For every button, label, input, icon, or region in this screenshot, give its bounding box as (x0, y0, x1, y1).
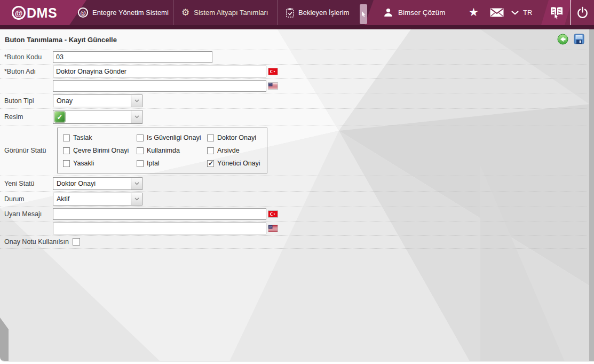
back-icon (557, 34, 568, 45)
status-checkbox-item: Kullanimda (137, 147, 207, 154)
chevron-down-icon (511, 11, 519, 15)
buton-kodu-input[interactable] (53, 51, 212, 63)
checkbox-cevre-birimi-onayi[interactable] (63, 147, 70, 154)
us-flag-icon (268, 83, 278, 89)
buton-adi-en-input[interactable] (53, 80, 266, 92)
toolbar (557, 33, 585, 45)
status-checkbox-item: Arsivde (207, 147, 269, 154)
status-checkbox-item: Çevre Birimi Onayi (63, 147, 137, 154)
messages-button[interactable] (490, 0, 504, 25)
qdms-at-icon: @ (12, 6, 26, 20)
checkbox-kullanimda[interactable] (137, 147, 144, 154)
cursor-handle[interactable] (360, 4, 367, 24)
checkbox-iptal[interactable] (137, 160, 144, 167)
yeni-statu-label: Yeni Statü (0, 180, 53, 187)
status-checkbox-item: Yönetici Onayi (207, 160, 269, 167)
checkbox-yonetici-onayi[interactable] (207, 160, 214, 167)
status-checkbox-item: Iptal (137, 160, 207, 167)
help-book-icon (549, 6, 564, 20)
logout-button[interactable] (576, 0, 589, 25)
menu-label: Sistem Altyapı Tanımları (194, 9, 268, 17)
checkbox-label: Iptal (147, 160, 160, 167)
button-definition-form: *Buton Kodu *Buton Adı (0, 50, 587, 249)
menu-item-entegre-yonetim-sistemi[interactable]: @ Entegre Yönetim Sistemi (78, 0, 169, 25)
header-bottom-strip (0, 25, 594, 29)
dropdown-button[interactable] (131, 95, 142, 107)
page-title: Buton Tanımlama - Kayıt Güncelle (5, 36, 117, 44)
checkbox-arsivde[interactable] (207, 147, 214, 154)
save-button[interactable] (573, 33, 585, 45)
menu-item-sistem-altyapi-tanimlari[interactable]: ⚙ Sistem Altyapı Tanımları (181, 0, 268, 25)
status-checkbox-item: Doktor Onayi (207, 134, 269, 141)
status-checkbox-item: Yasakli (63, 160, 137, 167)
menu-separator (173, 0, 173, 25)
yeni-statu-value: Doktor Onayi (53, 180, 131, 187)
durum-value: Aktif (53, 195, 131, 203)
language-code: TR (523, 9, 532, 17)
chevron-down-icon (134, 115, 139, 118)
clipboard-icon (286, 8, 294, 18)
form-row-buton-adi-tr: *Buton Adı (0, 65, 587, 79)
buton-tipi-label: Buton Tipi (0, 97, 53, 105)
language-selector[interactable]: TR (511, 0, 532, 25)
gorunur-statu-group: Taslak Is Güvenligi Onayi Doktor Onayi Ç… (57, 128, 267, 173)
help-button[interactable] (541, 0, 572, 25)
form-row-buton-tipi: Buton Tipi Onay (0, 93, 587, 109)
power-icon (576, 6, 589, 19)
user-name: Bimser Çözüm (398, 9, 446, 17)
green-check-image (54, 112, 65, 122)
form-row-buton-kodu: *Buton Kodu (0, 50, 587, 65)
turkey-flag-icon (268, 68, 278, 75)
user-menu[interactable]: Bimser Çözüm (383, 0, 446, 25)
form-row-yeni-statu: Yeni Statü Doktor Onayi (0, 176, 587, 192)
checkbox-label: Çevre Birimi Onayi (73, 147, 129, 154)
turkey-flag-icon (268, 211, 278, 217)
onay-notu-label: Onay Notu Kullanılsın (4, 238, 69, 246)
resim-select[interactable] (53, 110, 142, 124)
buton-adi-label: *Buton Adı (0, 68, 53, 75)
qdms-logo[interactable]: @ DMS (12, 5, 57, 21)
checkbox-label: Is Güvenligi Onayi (147, 134, 201, 141)
qdms-logo-text: DMS (27, 5, 57, 21)
durum-label: Durum (0, 195, 53, 203)
buton-kodu-label: *Buton Kodu (0, 53, 53, 61)
user-icon (383, 7, 393, 18)
buton-tipi-value: Onay (53, 97, 131, 105)
form-row-durum: Durum Aktif (0, 192, 587, 207)
checkbox-yasakli[interactable] (63, 160, 70, 167)
resim-label: Resim (0, 113, 53, 121)
gorunur-statu-label: Görünür Statü (0, 147, 53, 154)
dropdown-button[interactable] (131, 178, 142, 189)
status-checkbox-item: Is Güvenligi Onayi (137, 134, 207, 141)
uyari-mesaji-tr-input[interactable] (53, 208, 266, 220)
checkbox-doktor-onayi[interactable] (207, 134, 214, 141)
menu-separator (278, 0, 278, 25)
checkbox-label: Taslak (73, 134, 92, 141)
form-row-buton-adi-en (0, 79, 587, 93)
form-row-uyari-mesaji-tr: Uyarı Mesajı (0, 207, 587, 221)
menu-item-bekleyen-islerim[interactable]: Bekleyen İşlerim (286, 0, 349, 25)
dropdown-button[interactable] (131, 193, 142, 205)
yeni-statu-select[interactable]: Doktor Onayi (53, 177, 142, 190)
top-navigation-bar: @ DMS @ Entegre Yönetim Sistemi ⚙ Sistem… (0, 0, 594, 29)
uyari-mesaji-en-input[interactable] (53, 223, 266, 234)
dropdown-button[interactable] (131, 110, 142, 123)
buton-tipi-select[interactable]: Onay (53, 94, 142, 107)
qdms-circle-icon: @ (78, 7, 88, 18)
menu-label: Entegre Yönetim Sistemi (92, 9, 169, 17)
favorites-button[interactable]: ★ (469, 0, 479, 25)
chevron-down-icon (134, 182, 139, 185)
durum-select[interactable]: Aktif (53, 193, 142, 205)
buton-adi-tr-input[interactable] (53, 66, 266, 77)
checkbox-taslak[interactable] (63, 134, 70, 141)
cursor-icon (361, 11, 366, 18)
header-separator (570, 0, 571, 25)
checkbox-label: Arsivde (217, 147, 240, 154)
favorites-star-icon: ★ (469, 7, 479, 18)
checkbox-is-guvenligi-onayi[interactable] (137, 134, 144, 141)
save-disk-icon (574, 34, 584, 44)
onay-notu-checkbox[interactable] (73, 238, 80, 246)
chevron-down-icon (134, 197, 139, 201)
checkbox-label: Doktor Onayi (217, 134, 256, 141)
back-button[interactable] (557, 33, 568, 45)
